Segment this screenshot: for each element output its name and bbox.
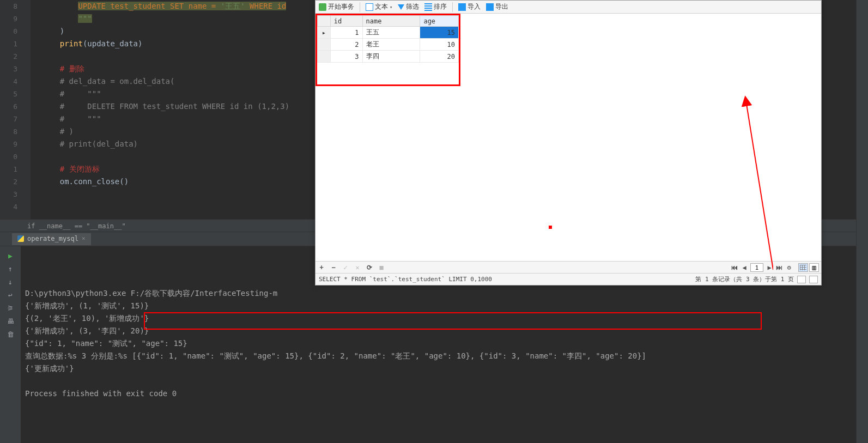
table-row[interactable]: 2老王10 xyxy=(318,39,459,51)
sort-icon xyxy=(424,3,432,11)
begin-transaction-button[interactable]: 开始事务 xyxy=(319,2,354,11)
down-icon[interactable]: ↓ xyxy=(5,277,15,287)
add-row-button[interactable]: + xyxy=(318,264,325,271)
table-row[interactable]: ▸1王五15 xyxy=(318,27,459,39)
chevron-down-icon: ▾ xyxy=(390,4,392,10)
up-icon[interactable]: ↑ xyxy=(5,264,15,274)
db-grid-area[interactable]: idnameage▸1王五152老王103李四20 xyxy=(315,14,821,261)
form-view-button[interactable]: ▥ xyxy=(809,263,819,272)
python-icon xyxy=(17,235,24,242)
transaction-icon xyxy=(319,3,326,11)
cancel-button[interactable]: ✕ xyxy=(354,264,361,271)
wrap-icon[interactable]: ↩ xyxy=(5,290,15,300)
annotation-dot xyxy=(549,226,552,229)
mini-view-2[interactable] xyxy=(809,276,818,283)
apply-button[interactable]: ✓ xyxy=(342,264,349,271)
console-toolbar: ▶ ↑ ↓ ↩ ⚞ 🖶 🗑 xyxy=(0,246,21,443)
last-page-button[interactable]: ⏭ xyxy=(775,264,783,271)
db-window[interactable]: 开始事务 文本▾ 筛选 排序 导入 导出 idnameage▸1王五152老王1… xyxy=(315,0,822,286)
db-toolbar: 开始事务 文本▾ 筛选 排序 导入 导出 xyxy=(315,1,821,14)
funnel-icon xyxy=(398,4,404,10)
text-button[interactable]: 文本▾ xyxy=(366,2,392,11)
page-input[interactable] xyxy=(750,263,763,272)
delete-row-button[interactable]: − xyxy=(330,264,337,271)
next-page-button[interactable]: ▶ xyxy=(766,264,773,271)
doc-icon xyxy=(366,3,373,11)
export-icon xyxy=(486,3,494,11)
close-icon[interactable]: × xyxy=(82,235,86,242)
record-status: 第 1 条记录（共 3 条）于第 1 页 xyxy=(695,275,794,283)
trash-icon[interactable]: 🗑 xyxy=(5,329,15,339)
fold-column xyxy=(21,0,31,219)
filter-button[interactable]: 筛选 xyxy=(398,2,419,11)
import-icon xyxy=(458,3,466,11)
highlight-box-grid: idnameage▸1王五152老王103李四20 xyxy=(315,14,460,86)
rerun-icon[interactable]: ▶ xyxy=(5,251,15,260)
print-icon[interactable]: 🖶 xyxy=(5,316,15,326)
first-page-button[interactable]: ⏮ xyxy=(731,264,738,271)
grid-view-button[interactable] xyxy=(798,263,808,272)
data-grid[interactable]: idnameage▸1王五152老王103李四20 xyxy=(317,15,459,63)
annotation-arrow xyxy=(392,68,773,275)
settings-button[interactable]: ⚙ xyxy=(785,264,793,271)
table-row[interactable]: 3李四20 xyxy=(318,51,459,63)
db-status-bar: SELECT * FROM `test`.`test_student` LIMI… xyxy=(315,273,821,285)
highlight-box-console xyxy=(144,312,762,330)
run-tab-operate-mysql[interactable]: operate_mysql × xyxy=(12,233,91,245)
prev-page-button[interactable]: ◀ xyxy=(740,264,748,271)
svg-line-0 xyxy=(746,101,773,270)
line-gutter: 89012345678901234 xyxy=(0,0,21,219)
filter-icon[interactable]: ⚞ xyxy=(5,303,15,313)
sql-text: SELECT * FROM `test`.`test_student` LIMI… xyxy=(319,276,492,283)
run-tab-label: operate_mysql xyxy=(27,235,78,242)
ide-right-strip xyxy=(856,0,868,443)
mini-view-1[interactable] xyxy=(797,276,806,283)
db-footer-controls: + − ✓ ✕ ⟳ ■ ⏮ ◀ ▶ ⏭ ⚙ ▥ xyxy=(315,261,821,273)
import-button[interactable]: 导入 xyxy=(458,2,481,11)
sort-button[interactable]: 排序 xyxy=(424,2,447,11)
export-button[interactable]: 导出 xyxy=(486,2,508,11)
stop-button[interactable]: ■ xyxy=(378,264,385,271)
refresh-button[interactable]: ⟳ xyxy=(366,264,373,271)
